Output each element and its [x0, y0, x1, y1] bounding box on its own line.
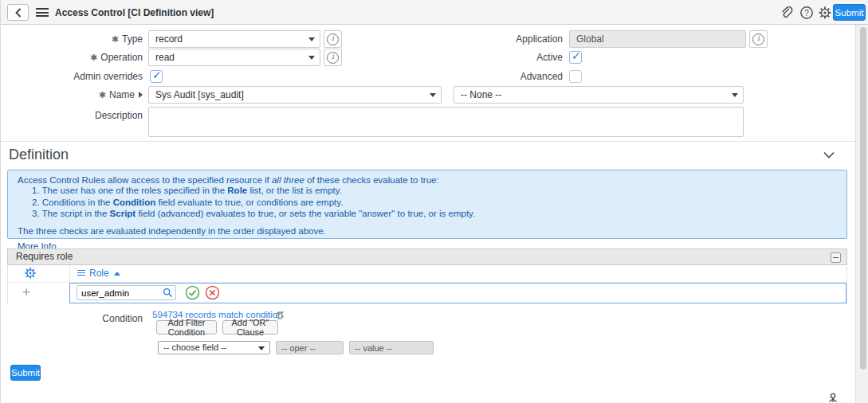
admin-overrides-label: Admin overrides — [17, 68, 143, 85]
context-menu-icon[interactable] — [36, 8, 49, 18]
mandatory-icon: ✱ — [112, 34, 119, 45]
role-lookup-button[interactable] — [160, 285, 176, 300]
advanced-label: Advanced — [447, 68, 563, 85]
description-label: Description — [17, 107, 143, 124]
condition-label: Condition — [17, 310, 143, 327]
mandatory-icon: ✱ — [99, 90, 106, 100]
gear-icon — [818, 6, 832, 20]
info-icon: i — [327, 52, 339, 64]
refresh-icon — [275, 311, 285, 320]
active-label: Active — [447, 49, 563, 66]
list-column-header-row: Role — [8, 265, 846, 283]
back-button[interactable] — [7, 4, 29, 21]
active-checkbox[interactable] — [569, 51, 582, 64]
footer-submit-button[interactable]: Submit — [10, 365, 41, 381]
info-item: 3. The script in the Script field (advan… — [32, 209, 837, 220]
add-row-icon[interactable]: + — [22, 284, 30, 300]
type-label: ✱Type — [17, 30, 143, 48]
paperclip-icon — [780, 6, 794, 20]
dropdown-arrow-icon — [308, 37, 315, 41]
back-chevron-icon — [15, 8, 22, 18]
requires-role-body: Role + — [7, 265, 847, 303]
accessibility-icon — [827, 392, 839, 403]
advanced-checkbox[interactable] — [569, 70, 582, 83]
info-item: 1. The user has one of the roles specifi… — [32, 186, 837, 197]
settings-button[interactable] — [818, 6, 832, 20]
cancel-row-button[interactable] — [205, 285, 220, 300]
page-bottom-partial-icon[interactable] — [827, 392, 839, 403]
dropdown-arrow-icon — [430, 93, 436, 97]
column-menu-icon — [77, 270, 85, 277]
requires-role-title: Requires role — [16, 251, 73, 262]
acl-info-message: Access Control Rules allow access to the… — [7, 170, 847, 239]
choose-field-select[interactable]: -- choose field -- — [158, 341, 270, 354]
info-item: 2. Conditions in the Condition field eva… — [32, 198, 837, 209]
help-icon: ? — [799, 6, 814, 20]
list-settings-button[interactable] — [24, 267, 37, 282]
role-value-input[interactable] — [77, 285, 161, 300]
name-select[interactable]: Sys Audit [sys_audit] — [148, 86, 442, 104]
name-secondary-select[interactable]: -- None -- — [454, 86, 744, 104]
oper-field — [276, 341, 344, 354]
gear-icon — [24, 267, 37, 280]
type-info-button[interactable]: i — [324, 30, 342, 48]
value-field — [349, 341, 434, 354]
column-divider — [69, 265, 70, 282]
info-icon: i — [327, 33, 339, 45]
add-or-clause-button[interactable]: Add "OR" Clause — [222, 320, 278, 335]
operation-label: ✱Operation — [17, 49, 143, 66]
cancel-x-icon — [205, 285, 220, 300]
info-footer: The three checks are evaluated independe… — [18, 226, 837, 236]
chevron-down-icon — [823, 151, 835, 158]
definition-collapse-button[interactable] — [823, 150, 835, 161]
role-edit-row: + — [8, 283, 846, 303]
admin-overrides-checkbox[interactable] — [150, 70, 163, 83]
requires-role-header: Requires role — [7, 248, 847, 265]
sort-ascending-icon — [114, 272, 120, 276]
attachment-button[interactable] — [780, 6, 794, 20]
vertical-scrollbar[interactable] — [855, 25, 868, 403]
dropdown-arrow-icon — [258, 346, 265, 350]
section-divider — [1, 141, 855, 142]
info-icon: i — [752, 33, 764, 45]
svg-text:?: ? — [804, 9, 809, 18]
add-filter-condition-button[interactable]: Add Filter Condition — [156, 320, 217, 335]
operation-info-button[interactable]: i — [324, 49, 342, 66]
acl-form-page: Access Control [CI Definition view] ? — [0, 0, 868, 403]
page-title: Access Control [CI Definition view] — [55, 7, 214, 18]
application-label: Application — [447, 30, 563, 48]
scrollbar-thumb[interactable] — [860, 27, 866, 370]
search-icon — [163, 288, 173, 298]
operation-select[interactable]: read — [148, 49, 320, 66]
role-column-header[interactable]: Role — [77, 268, 120, 279]
type-select[interactable]: record — [148, 30, 320, 48]
description-textarea[interactable] — [148, 107, 744, 137]
application-field — [569, 30, 746, 48]
help-button[interactable]: ? — [799, 6, 814, 20]
requires-role-list: Requires role — [7, 248, 847, 303]
name-label: ✱Name — [17, 86, 143, 104]
application-info-button[interactable]: i — [749, 30, 768, 48]
info-intro: Access Control Rules allow access to the… — [18, 175, 837, 185]
confirm-check-icon — [185, 285, 200, 300]
confirm-row-button[interactable] — [185, 285, 200, 300]
dropdown-arrow-icon — [308, 56, 315, 60]
form-header-bar: Access Control [CI Definition view] ? — [1, 0, 868, 25]
reference-arrow-icon — [139, 92, 143, 98]
header-submit-button[interactable]: Submit — [833, 4, 866, 21]
dropdown-arrow-icon — [732, 93, 738, 97]
collapse-list-button[interactable] — [831, 252, 841, 263]
definition-section-title: Definition — [9, 147, 69, 163]
mandatory-icon: ✱ — [90, 53, 97, 63]
